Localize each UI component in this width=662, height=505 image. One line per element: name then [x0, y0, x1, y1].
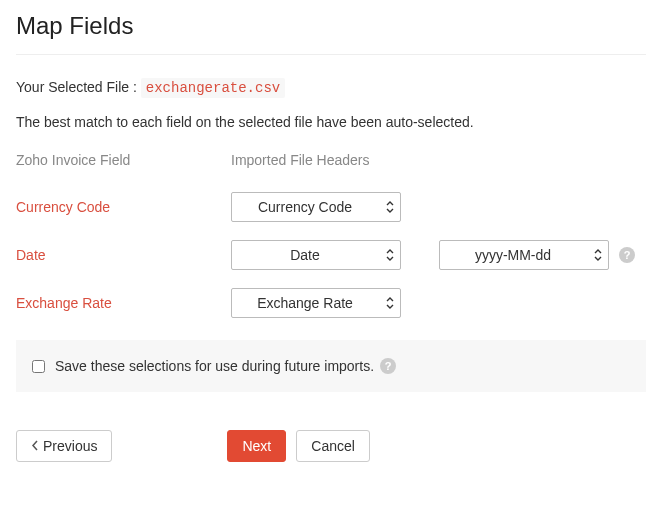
field-label-currency-code: Currency Code [16, 199, 231, 215]
select-date-format[interactable]: yyyy-MM-dd [439, 240, 609, 270]
field-row-exchange-rate: Exchange Rate Exchange Rate [16, 288, 646, 318]
help-icon[interactable]: ? [619, 247, 635, 263]
next-button[interactable]: Next [227, 430, 286, 462]
select-exchange-rate[interactable]: Exchange Rate [231, 288, 401, 318]
save-selections-text: Save these selections for use during fut… [55, 358, 374, 374]
header-zoho-field: Zoho Invoice Field [16, 152, 231, 168]
header-imported-headers: Imported File Headers [231, 152, 370, 168]
previous-button-label: Previous [43, 438, 97, 454]
button-row: Previous Next Cancel [16, 430, 646, 462]
chevron-left-icon [31, 438, 39, 454]
select-currency-code[interactable]: Currency Code [231, 192, 401, 222]
select-date[interactable]: Date [231, 240, 401, 270]
selected-file-line: Your Selected File : exchangerate.csv [16, 79, 646, 96]
mapping-header-row: Zoho Invoice Field Imported File Headers [16, 152, 646, 168]
page-title: Map Fields [16, 0, 646, 55]
selected-file-label: Your Selected File : [16, 79, 141, 95]
field-row-date: Date Date yyyy-MM-dd ? [16, 240, 646, 270]
save-selections-checkbox[interactable] [32, 360, 45, 373]
help-icon[interactable]: ? [380, 358, 396, 374]
cancel-button[interactable]: Cancel [296, 430, 370, 462]
select-date-format-wrapper: yyyy-MM-dd [439, 240, 609, 270]
save-selections-box: Save these selections for use during fut… [16, 340, 646, 392]
field-label-exchange-rate: Exchange Rate [16, 295, 231, 311]
select-date-wrapper: Date [231, 240, 401, 270]
select-exchange-rate-wrapper: Exchange Rate [231, 288, 401, 318]
previous-button[interactable]: Previous [16, 430, 112, 462]
auto-select-description: The best match to each field on the sele… [16, 114, 646, 130]
select-currency-code-wrapper: Currency Code [231, 192, 401, 222]
save-selections-label-wrapper[interactable]: Save these selections for use during fut… [32, 358, 396, 374]
field-label-date: Date [16, 247, 231, 263]
selected-file-name: exchangerate.csv [141, 78, 285, 98]
field-row-currency-code: Currency Code Currency Code [16, 192, 646, 222]
